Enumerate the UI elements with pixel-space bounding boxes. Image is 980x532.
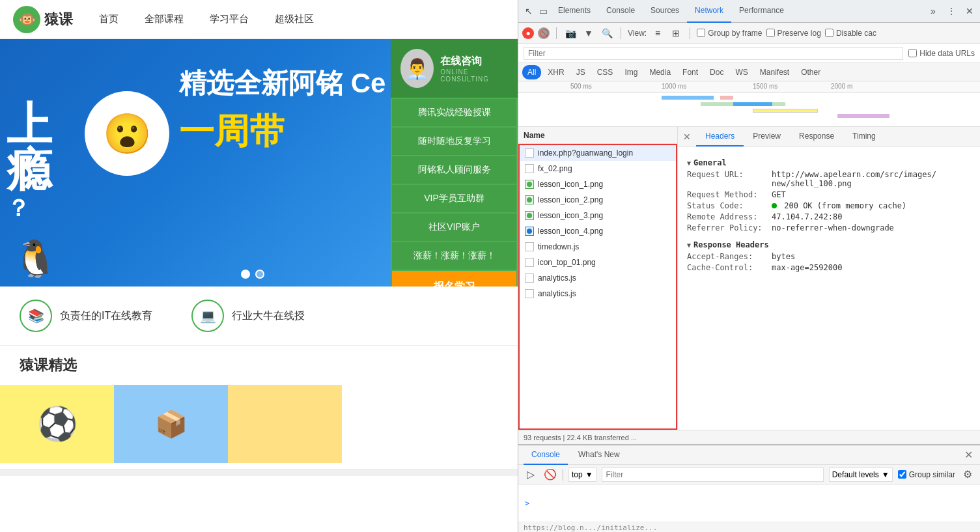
thumb-3[interactable] [228, 385, 342, 463]
file-name-3: lesson_icon_2.png [538, 195, 603, 204]
console-filter-input[interactable] [602, 468, 824, 482]
btn-vip-account[interactable]: 社区VIP账户 [392, 214, 516, 241]
btn-salary[interactable]: 涨薪！涨薪！涨薪！ [392, 242, 516, 270]
group-by-frame-checkbox[interactable] [697, 29, 705, 37]
search-btn[interactable]: 🔍 [600, 26, 614, 40]
feature-icon-1: 📚 [20, 300, 52, 332]
btn-repeat[interactable]: 随时随地反复学习 [392, 128, 516, 155]
nav-community[interactable]: 超级社区 [275, 13, 314, 25]
file-item-4[interactable]: lesson_icon_3.png [520, 208, 676, 223]
tick-1500ms: 1500 ms [753, 83, 777, 90]
record-btn[interactable]: ● [522, 27, 534, 39]
filter-tab-media[interactable]: Media [644, 65, 676, 79]
console-context-select[interactable]: top ▼ [568, 468, 596, 482]
file-item-1[interactable]: fx_02.png [520, 161, 676, 176]
device-tool-btn[interactable]: ▭ [536, 4, 550, 18]
tick-2000m: 2000 m [831, 83, 852, 90]
tab-network[interactable]: Network [687, 0, 731, 23]
close-devtools-btn[interactable]: ✕ [962, 4, 977, 18]
filter-tab-other[interactable]: Other [796, 65, 826, 79]
cursor-tool-btn[interactable]: ↖ [522, 4, 536, 18]
dot-1[interactable] [241, 270, 250, 279]
feature-text-1: 负责任的IT在线教育 [60, 309, 152, 323]
preserve-log-label: Preserve log [777, 29, 821, 38]
hero-main-text: 精选全新阿铭 Ce 一周带 [179, 65, 385, 156]
nav-home[interactable]: 首页 [99, 13, 119, 25]
filter-tab-ws[interactable]: WS [730, 65, 753, 79]
filter-tab-js[interactable]: JS [571, 65, 591, 79]
thumb-2[interactable]: 📦 [114, 385, 228, 463]
camera-btn[interactable]: 📷 [563, 26, 578, 40]
file-item-9[interactable]: analytics.js [520, 286, 676, 301]
detail-tab-preview[interactable]: Preview [744, 127, 790, 147]
filter-icon-btn[interactable]: ▼ [581, 26, 596, 40]
consulting-buttons: 腾讯实战经验授课 随时随地反复学习 阿铭私人顾问服务 VIP学员互助群 社区VI… [391, 98, 518, 287]
console-sidebar-btn[interactable]: ▷ [524, 468, 538, 482]
file-item-0[interactable]: index.php?guanwang_login [520, 145, 676, 161]
consultant-avatar: 👨‍💼 [400, 49, 434, 88]
general-section-title: General [687, 158, 971, 167]
network-filter-input[interactable] [524, 47, 903, 60]
console-tab-console[interactable]: Console [524, 445, 568, 465]
filter-tab-font[interactable]: Font [677, 65, 703, 79]
filter-tab-doc[interactable]: Doc [705, 65, 729, 79]
hide-data-urls-checkbox[interactable] [908, 49, 917, 57]
btn-vip-group[interactable]: VIP学员互助群 [392, 185, 516, 212]
view-list-btn[interactable]: ≡ [651, 26, 665, 40]
file-item-3[interactable]: lesson_icon_2.png [520, 192, 676, 208]
file-item-6[interactable]: timedown.js [520, 239, 676, 255]
console-close-btn[interactable]: ✕ [962, 449, 975, 462]
filter-tab-all[interactable]: All [522, 65, 541, 79]
detail-tabs: ✕ Headers Preview Response Timing [678, 127, 980, 147]
file-item-2[interactable]: lesson_icon_1.png [520, 176, 676, 192]
tab-elements[interactable]: Elements [550, 0, 598, 23]
main-container: 🐵 猿课 首页 全部课程 学习平台 超级社区 上 瘾 ？ 😮 [0, 0, 980, 532]
file-item-8[interactable]: analytics.js [520, 270, 676, 286]
detail-close-btn[interactable]: ✕ [680, 130, 693, 143]
console-context-label: top [572, 470, 583, 479]
file-item-7[interactable]: icon_top_01.png [520, 255, 676, 270]
feature-2: 💻 行业大牛在线授 [191, 300, 305, 332]
filter-tab-xhr[interactable]: XHR [542, 65, 569, 79]
cache-control-key: Cache-Control: [687, 263, 772, 272]
dot-2[interactable] [255, 270, 264, 279]
preserve-log-checkbox[interactable] [766, 29, 775, 37]
tab-performance[interactable]: Performance [731, 0, 792, 23]
more-tabs-btn[interactable]: » [926, 4, 940, 18]
console-tab-whats-new[interactable]: What's New [570, 445, 628, 465]
file-icon-8 [525, 273, 534, 283]
thumb-1[interactable]: ⚽ [0, 385, 114, 463]
console-settings-btn[interactable]: ⚙ [960, 468, 975, 482]
console-levels-select[interactable]: Default levels ▼ [829, 468, 893, 482]
remote-value: 47.104.7.242:80 [772, 212, 842, 221]
console-tabs: Console What's New ✕ [518, 445, 980, 465]
clear-btn[interactable]: 🚫 [538, 27, 550, 39]
nav-courses[interactable]: 全部课程 [145, 13, 184, 25]
filter-tab-css[interactable]: CSS [592, 65, 619, 79]
view-waterfall-btn[interactable]: ⊞ [669, 26, 683, 40]
status-value: 200 OK (from memory cache) [772, 201, 906, 210]
bottom-scroll[interactable] [0, 469, 518, 476]
cache-control-row: Cache-Control: max-age=2592000 [687, 263, 971, 272]
group-similar-checkbox[interactable] [898, 470, 906, 479]
btn-advisor[interactable]: 阿铭私人顾问服务 [392, 156, 516, 184]
console-clear-btn[interactable]: 🚫 [543, 468, 557, 482]
detail-tab-response[interactable]: Response [790, 127, 843, 147]
btn-tencent[interactable]: 腾讯实战经验授课 [392, 99, 516, 126]
logo-text: 猿课 [44, 10, 73, 29]
more-options-btn[interactable]: ⋮ [944, 4, 959, 18]
timeline-bar-2 [720, 96, 733, 100]
detail-tab-headers[interactable]: Headers [696, 127, 744, 147]
filter-tab-img[interactable]: Img [619, 65, 643, 79]
file-item-5[interactable]: lesson_icon_4.png [520, 223, 676, 239]
filter-tab-manifest[interactable]: Manifest [755, 65, 794, 79]
detail-tab-timing[interactable]: Timing [843, 127, 885, 147]
nav-platform[interactable]: 学习平台 [210, 13, 249, 25]
method-row: Request Method: GET [687, 190, 971, 199]
timeline-bar-5 [753, 109, 818, 113]
network-split: Name index.php?guanwang_login fx_02.png [518, 127, 980, 430]
disable-cache-checkbox[interactable] [825, 29, 833, 37]
tab-console[interactable]: Console [598, 0, 643, 23]
btn-enroll[interactable]: 报名学习 [392, 271, 516, 287]
tab-sources[interactable]: Sources [643, 0, 687, 23]
